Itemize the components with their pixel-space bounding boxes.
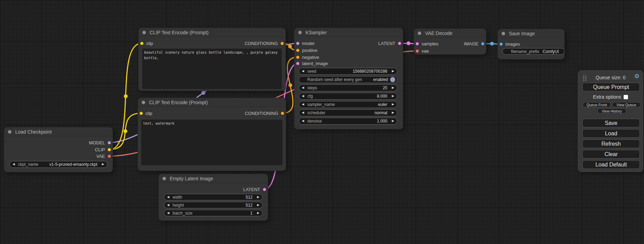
- decrement-arrow-icon[interactable]: ◀: [12, 163, 15, 166]
- conditioning-output-pin[interactable]: [281, 111, 284, 115]
- seed-widget[interactable]: ◀ seed 156680208700286 ▶: [299, 68, 397, 75]
- latent-image-input-pin[interactable]: [296, 62, 300, 65]
- increment-arrow-icon[interactable]: ▶: [102, 163, 104, 166]
- refresh-button[interactable]: Refresh: [582, 139, 640, 148]
- node-titlebar[interactable]: CLIP Text Encode (Prompt): [139, 28, 285, 37]
- negative-input-pin[interactable]: [296, 55, 300, 59]
- collapse-dot-icon[interactable]: [8, 130, 11, 134]
- node-titlebar[interactable]: KSampler: [294, 28, 403, 37]
- node-title-text: CLIP Text Encode (Prompt): [149, 100, 208, 105]
- link-midpoint-dot: [202, 91, 205, 95]
- node-titlebar[interactable]: Load Checkpoint: [4, 127, 113, 136]
- node-clip-text-encode-negative[interactable]: CLIP Text Encode (Prompt) clip CONDITION…: [138, 98, 286, 171]
- clip-output-pin[interactable]: [107, 148, 111, 152]
- collapse-dot-icon[interactable]: [502, 32, 505, 35]
- settings-gear-icon[interactable]: ⚙: [634, 73, 639, 79]
- node-titlebar[interactable]: CLIP Text Encode (Prompt): [138, 98, 286, 107]
- latent-output-pin[interactable]: [398, 42, 402, 45]
- decrement-arrow-icon[interactable]: ◀: [302, 86, 304, 89]
- increment-arrow-icon[interactable]: ▶: [392, 70, 394, 73]
- increment-arrow-icon[interactable]: ▶: [392, 103, 394, 106]
- images-input-pin[interactable]: [499, 42, 503, 46]
- decrement-arrow-icon[interactable]: ◀: [302, 94, 304, 98]
- queue-prompt-button[interactable]: Queue Prompt: [582, 83, 640, 91]
- node-title-text: CLIP Text Encode (Prompt): [150, 30, 209, 35]
- samples-input-pin[interactable]: [415, 42, 419, 46]
- save-button[interactable]: Save: [582, 119, 640, 127]
- collapse-dot-icon[interactable]: [142, 101, 145, 104]
- width-widget[interactable]: ◀ width 512 ▶: [164, 194, 263, 200]
- load-default-button[interactable]: Load Default: [582, 160, 640, 169]
- node-ksampler[interactable]: KSampler model positive negative latent_…: [294, 28, 403, 129]
- batch-size-widget[interactable]: ◀ batch_size 1 ▶: [164, 210, 263, 216]
- input-latent-image: latent_image: [296, 60, 328, 67]
- latent-output-pin[interactable]: [263, 188, 266, 191]
- collapse-dot-icon[interactable]: [298, 31, 302, 34]
- decrement-arrow-icon[interactable]: ◀: [302, 103, 304, 106]
- queue-front-button[interactable]: Queue Front: [583, 102, 611, 107]
- input-vae: vae: [415, 47, 429, 54]
- clip-input-pin[interactable]: [140, 42, 144, 45]
- node-title-text: Save Image: [509, 31, 535, 36]
- output-clip: CLIP: [95, 146, 111, 153]
- output-image: IMAGE: [464, 40, 485, 47]
- load-button[interactable]: Load: [582, 129, 640, 138]
- image-output-pin[interactable]: [481, 42, 485, 46]
- node-load-checkpoint[interactable]: Load Checkpoint MODEL CLIP VAE ◀ ckpt_na…: [4, 127, 113, 172]
- output-latent: LATENT: [243, 186, 266, 193]
- collapse-dot-icon[interactable]: [142, 31, 146, 34]
- node-title-text: Empty Latent Image: [170, 176, 213, 181]
- scheduler-widget[interactable]: ◀ scheduler normal ▶: [299, 109, 397, 116]
- toggle-knob[interactable]: [390, 77, 395, 82]
- negative-prompt-textarea[interactable]: text, watermark: [141, 119, 283, 165]
- model-output-pin[interactable]: [107, 141, 111, 145]
- clear-button[interactable]: Clear: [582, 150, 640, 159]
- node-titlebar[interactable]: Save Image: [498, 29, 564, 38]
- increment-arrow-icon[interactable]: ▶: [257, 204, 259, 207]
- increment-arrow-icon[interactable]: ▶: [257, 211, 259, 215]
- decrement-arrow-icon[interactable]: ◀: [302, 70, 304, 73]
- decrement-arrow-icon[interactable]: ◀: [167, 204, 169, 207]
- increment-arrow-icon[interactable]: ▶: [392, 111, 394, 114]
- positive-input-pin[interactable]: [296, 48, 300, 52]
- denoise-widget[interactable]: ◀ denoise 1.000 ▶: [299, 118, 397, 125]
- node-vae-decode[interactable]: VAE Decode samples vae IMAGE: [414, 29, 486, 54]
- node-clip-text-encode-positive[interactable]: CLIP Text Encode (Prompt) clip CONDITION…: [139, 28, 285, 91]
- view-queue-button[interactable]: View Queue: [612, 102, 641, 107]
- decrement-arrow-icon[interactable]: ◀: [167, 196, 169, 199]
- graph-canvas[interactable]: Load Checkpoint MODEL CLIP VAE ◀ ckpt_na…: [0, 0, 644, 244]
- increment-arrow-icon[interactable]: ▶: [257, 196, 259, 199]
- filename-prefix-widget[interactable]: filename_prefix ComfyUI: [502, 48, 565, 55]
- steps-widget[interactable]: ◀ steps 20 ▶: [299, 84, 397, 91]
- vae-input-pin[interactable]: [415, 49, 419, 53]
- decrement-arrow-icon[interactable]: ◀: [167, 211, 169, 215]
- decrement-arrow-icon[interactable]: ◀: [302, 111, 304, 114]
- input-positive: positive: [296, 47, 317, 54]
- conditioning-output-pin[interactable]: [280, 42, 284, 45]
- node-title-text: KSampler: [306, 30, 327, 35]
- ckpt-name-widget[interactable]: ◀ ckpt_name v1-5-pruned-emaonly.ckpt ▶: [9, 161, 107, 168]
- sampler-name-widget[interactable]: ◀ sampler_name euler ▶: [299, 101, 397, 108]
- collapse-dot-icon[interactable]: [162, 177, 166, 180]
- increment-arrow-icon[interactable]: ▶: [392, 86, 394, 89]
- node-titlebar[interactable]: VAE Decode: [414, 29, 486, 38]
- collapse-dot-icon[interactable]: [418, 31, 421, 35]
- clip-input-pin[interactable]: [139, 111, 143, 115]
- node-empty-latent-image[interactable]: Empty Latent Image LATENT ◀ width 512 ▶ …: [159, 174, 268, 220]
- node-save-image[interactable]: Save Image images filename_prefix ComfyU…: [498, 29, 564, 59]
- view-history-button[interactable]: View History: [597, 108, 626, 114]
- model-input-pin[interactable]: [296, 42, 300, 45]
- increment-arrow-icon[interactable]: ▶: [392, 94, 394, 98]
- height-widget[interactable]: ◀ height 512 ▶: [164, 202, 263, 208]
- random-seed-toggle-widget[interactable]: Random seed after every gen enabled: [299, 76, 397, 83]
- extra-options-checkbox[interactable]: [624, 95, 628, 99]
- decrement-arrow-icon[interactable]: ◀: [302, 119, 304, 123]
- increment-arrow-icon[interactable]: ▶: [392, 119, 394, 123]
- vae-output-pin[interactable]: [107, 154, 111, 158]
- input-model: model: [296, 40, 314, 47]
- queue-panel[interactable]: Queue size: 0 ⚙ Queue Prompt Extra optio…: [578, 70, 643, 172]
- positive-prompt-textarea[interactable]: beautiful scenery nature glass bottle la…: [142, 48, 282, 89]
- node-titlebar[interactable]: Empty Latent Image: [159, 174, 268, 183]
- cfg-widget[interactable]: ◀ cfg 8.000 ▶: [299, 93, 397, 100]
- output-vae: VAE: [96, 153, 111, 160]
